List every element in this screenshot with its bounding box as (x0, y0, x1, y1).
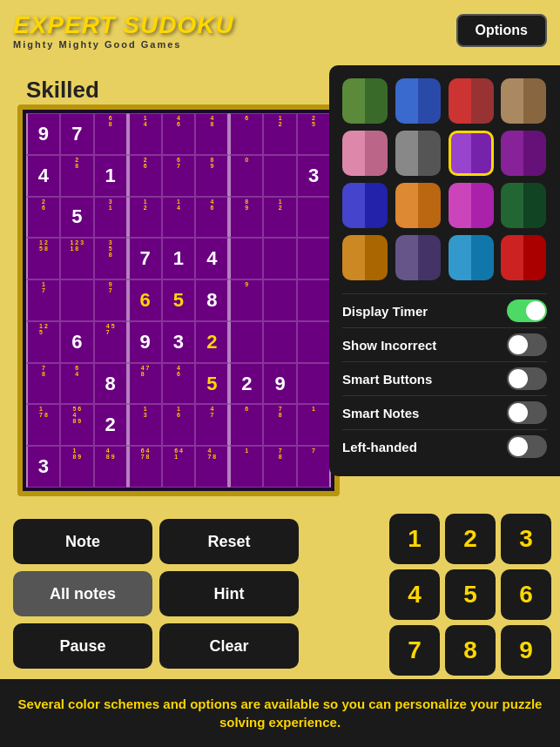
cell-r1c1[interactable]: 9 (26, 113, 60, 155)
swatch-4[interactable] (501, 78, 546, 124)
cell-r6c5[interactable]: 3 (162, 321, 196, 363)
cell-r3c5[interactable]: 14 (162, 197, 196, 239)
cell-r5c4[interactable]: 6 (128, 279, 162, 321)
cell-r6c6[interactable]: 2 (195, 321, 229, 363)
cell-r5c2[interactable] (60, 279, 94, 321)
hint-button[interactable]: Hint (159, 571, 299, 616)
cell-r7c3[interactable]: 8 (94, 363, 128, 405)
cell-r7c9[interactable] (297, 363, 331, 405)
sudoku-grid[interactable]: 9 7 68 14 46 48 6 12 25 4 28 1 26 67 89 … (26, 113, 331, 488)
swatch-7[interactable] (449, 131, 494, 176)
cell-r3c3[interactable]: 31 (94, 197, 128, 239)
cell-r5c8[interactable] (263, 279, 297, 321)
note-button[interactable]: Note (13, 519, 152, 564)
cell-r3c6[interactable]: 46 (195, 197, 229, 239)
cell-r2c5[interactable]: 67 (162, 155, 196, 197)
swatch-5[interactable] (342, 131, 388, 176)
swatch-13[interactable] (342, 235, 388, 280)
cell-r9c2[interactable]: 18 9 (60, 446, 94, 488)
cell-r3c9[interactable] (297, 197, 331, 239)
cell-r6c1[interactable]: 1 25 (26, 321, 60, 363)
cell-r8c4[interactable]: 13 (128, 404, 162, 446)
cell-r6c7[interactable] (229, 321, 263, 363)
cell-r7c2[interactable]: 64 (60, 363, 94, 405)
cell-r4c7[interactable] (229, 238, 263, 279)
swatch-16[interactable] (501, 235, 546, 280)
cell-r8c6[interactable]: 47 (195, 404, 229, 446)
cell-r1c3[interactable]: 68 (94, 113, 128, 155)
cell-r5c6[interactable]: 8 (195, 279, 229, 321)
cell-r1c5[interactable]: 46 (162, 113, 196, 155)
cell-r4c9[interactable] (297, 238, 331, 279)
options-button[interactable]: Options (456, 14, 547, 47)
cell-r7c5b[interactable]: 5 (195, 363, 229, 405)
cell-r6c3[interactable]: 4 57 (94, 321, 128, 363)
cell-r2c9[interactable]: 3 (297, 155, 331, 197)
all-notes-button[interactable]: All notes (13, 571, 152, 616)
cell-r3c4[interactable]: 12 (128, 197, 162, 239)
clear-button[interactable]: Clear (159, 623, 299, 669)
cell-r9c5[interactable]: 6 41 (162, 446, 196, 488)
cell-r8c5[interactable]: 16 (162, 404, 196, 446)
cell-r7c8[interactable]: 9 (263, 363, 297, 405)
cell-r8c9[interactable]: 1 (297, 404, 331, 446)
swatch-14[interactable] (395, 235, 441, 280)
num-8-button[interactable]: 8 (445, 625, 496, 676)
swatch-1[interactable] (342, 78, 388, 124)
cell-r2c8[interactable] (263, 155, 297, 197)
cell-r7c5[interactable]: 46 (162, 363, 196, 405)
cell-r6c9[interactable] (297, 321, 331, 363)
swatch-15[interactable] (449, 235, 494, 280)
cell-r5c3[interactable]: 97 (94, 279, 128, 321)
cell-r2c2[interactable]: 28 (60, 155, 94, 197)
swatch-8[interactable] (501, 131, 546, 176)
cell-r9c6[interactable]: 47 8 (195, 446, 229, 488)
swatch-3[interactable] (449, 78, 494, 124)
cell-r1c6[interactable]: 48 (195, 113, 229, 155)
num-1-button[interactable]: 1 (389, 514, 440, 564)
num-2-button[interactable]: 2 (445, 514, 496, 564)
cell-r2c1[interactable]: 4 (26, 155, 60, 197)
cell-r4c2[interactable]: 1 2 31 8 (60, 238, 94, 279)
swatch-11[interactable] (449, 183, 494, 228)
cell-r9c9[interactable]: 7 (297, 446, 331, 488)
cell-r7c4[interactable]: 4 78 (128, 363, 162, 405)
smart-buttons-toggle[interactable] (507, 367, 547, 390)
cell-r1c2[interactable]: 7 (60, 113, 94, 155)
cell-r6c2[interactable]: 6 (60, 321, 94, 363)
cell-r9c7[interactable]: 1 (229, 446, 263, 488)
cell-r9c3[interactable]: 48 9 (94, 446, 128, 488)
num-4-button[interactable]: 4 (389, 569, 440, 620)
cell-r9c1[interactable]: 3 (26, 446, 60, 488)
cell-r4c3[interactable]: 358 (94, 238, 128, 279)
num-7-button[interactable]: 7 (389, 625, 440, 676)
swatch-9[interactable] (342, 183, 388, 228)
cell-r3c8[interactable]: 12 (263, 197, 297, 239)
cell-r5c7[interactable]: 9 (229, 279, 263, 321)
cell-r6c4[interactable]: 9 (128, 321, 162, 363)
cell-r1c4[interactable]: 14 (128, 113, 162, 155)
cell-r8c8[interactable]: 78 (263, 404, 297, 446)
cell-r2c7[interactable]: 0 (229, 155, 263, 197)
smart-notes-toggle[interactable] (507, 401, 547, 424)
num-5-button[interactable]: 5 (445, 569, 496, 620)
pause-button[interactable]: Pause (13, 623, 152, 669)
cell-r5c9[interactable] (297, 279, 331, 321)
cell-r5c1[interactable]: 17 (26, 279, 60, 321)
cell-r2c6[interactable]: 89 (195, 155, 229, 197)
cell-r7c1[interactable]: 78 (26, 363, 60, 405)
swatch-2[interactable] (395, 78, 441, 124)
cell-r4c1[interactable]: 1 25 8 (26, 238, 60, 279)
show-incorrect-toggle[interactable] (507, 333, 547, 356)
cell-r3c7[interactable]: 89 (229, 197, 263, 239)
cell-r4c4[interactable]: 7 (128, 238, 162, 279)
swatch-10[interactable] (395, 183, 441, 228)
reset-button[interactable]: Reset (159, 519, 299, 564)
num-6-button[interactable]: 6 (501, 569, 551, 620)
cell-r4c5[interactable]: 1 (162, 238, 196, 279)
num-3-button[interactable]: 3 (501, 514, 551, 564)
cell-r2c3[interactable]: 1 (94, 155, 128, 197)
cell-r7c7[interactable]: 2 (229, 363, 263, 405)
cell-r1c7[interactable]: 6 (229, 113, 263, 155)
cell-r6c8[interactable] (263, 321, 297, 363)
